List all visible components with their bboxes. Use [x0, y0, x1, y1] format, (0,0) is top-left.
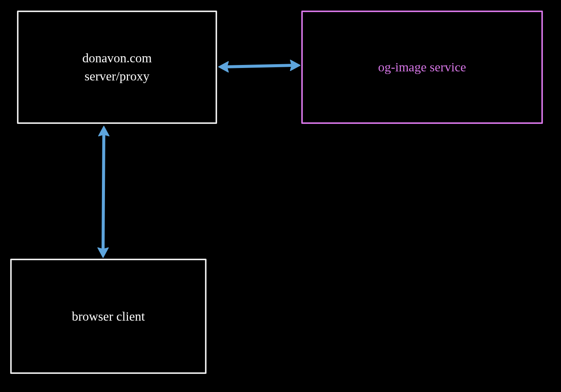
svg-marker-2	[290, 60, 300, 71]
svg-marker-1	[219, 62, 228, 72]
svg-line-0	[225, 65, 293, 67]
arrow-server-to-browser	[92, 125, 115, 259]
svg-marker-4	[99, 126, 109, 136]
browser-client-label: browser client	[72, 307, 145, 326]
server-proxy-box: donavon.com server/proxy	[17, 11, 217, 124]
server-proxy-label: donavon.com server/proxy	[82, 49, 152, 85]
og-image-service-box: og-image service	[301, 11, 543, 124]
svg-line-3	[103, 133, 104, 250]
server-proxy-line2: server/proxy	[85, 69, 149, 83]
arrow-server-to-ogimage	[217, 55, 302, 77]
server-proxy-line1: donavon.com	[82, 51, 152, 65]
browser-client-box: browser client	[10, 259, 207, 374]
svg-marker-5	[98, 248, 108, 258]
og-image-service-label: og-image service	[378, 58, 466, 76]
